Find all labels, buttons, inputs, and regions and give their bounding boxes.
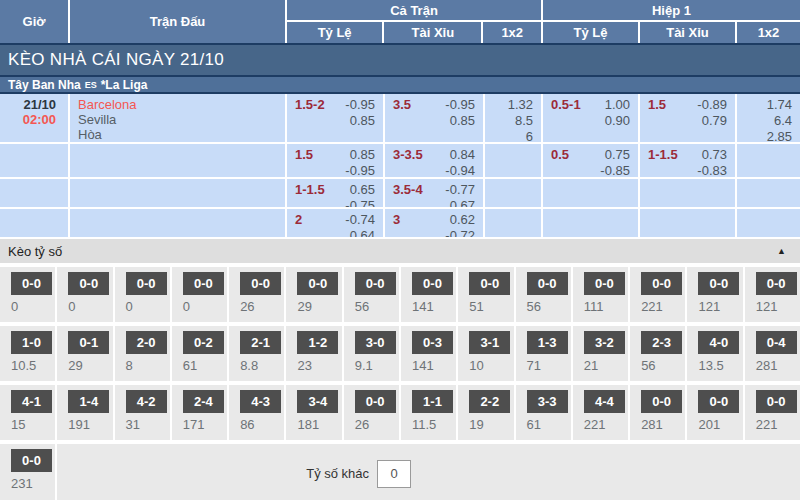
score-cell: 0-3141 [401,326,456,381]
other-score-input[interactable]: 0 [377,460,411,488]
score-button[interactable]: 4-2 [126,390,167,413]
odds-rate[interactable]: 0.85 [313,147,375,163]
odds-rate[interactable]: -0.95 [411,97,475,113]
score-button[interactable]: 2-1 [240,331,281,354]
score-button[interactable]: 1-1 [412,390,453,413]
score-button[interactable]: 1-0 [11,331,52,354]
score-button[interactable]: 1-2 [297,331,338,354]
odds-cell-half-handicap[interactable]: 0.50.75-0.85 [543,144,640,177]
odds-rate[interactable]: 6.4 [745,113,792,129]
odds-rate[interactable]: 0.73 [678,147,727,163]
odds-rate[interactable]: 0.64 [302,228,375,237]
odds-rate[interactable]: 0.85 [411,113,475,129]
score-button[interactable]: 0-0 [584,272,625,295]
score-button[interactable]: 3-0 [355,331,396,354]
handicap-value: 1.5 [648,97,666,129]
odds-cell-half-1x2[interactable]: 1.746.42.85 [737,94,800,142]
score-button[interactable]: 0-0 [240,272,281,295]
score-button[interactable]: 0-0 [756,272,797,295]
score-button[interactable]: 0-0 [297,272,338,295]
score-button[interactable]: 0-0 [68,272,109,295]
odds-rate[interactable]: 2.85 [745,129,792,142]
odds-rate[interactable]: -0.95 [325,97,375,113]
score-button[interactable]: 0-0 [183,272,224,295]
odds-cell-full-handicap[interactable]: 1-1.50.65-0.75 [287,179,385,207]
score-button[interactable]: 0-0 [11,272,52,295]
odds-cell-full-1x2[interactable]: 1.328.56 [485,94,543,142]
odds-cell-full-handicap[interactable]: 1.50.85-0.95 [287,144,385,177]
score-button[interactable]: 2-4 [183,390,224,413]
score-button[interactable]: 4-0 [698,331,739,354]
score-button[interactable]: 0-0 [126,272,167,295]
score-button[interactable]: 0-0 [698,390,739,413]
odds-rate[interactable]: 1.32 [493,97,533,113]
odds-rate[interactable]: -0.85 [569,163,630,177]
score-odds-value: 10 [458,358,513,373]
score-button[interactable]: 0-2 [183,331,224,354]
odds-rate[interactable]: 0.85 [325,113,375,129]
score-cell: 4-231 [115,385,170,440]
odds-rate[interactable]: 8.5 [493,113,533,129]
odds-cell-half-handicap[interactable]: 0.5-11.000.90 [543,94,640,142]
score-button[interactable]: 3-3 [527,390,568,413]
home-team-name: Barcelona [78,97,277,112]
odds-cell-full-handicap[interactable]: 2-0.740.64 [287,209,385,237]
score-button[interactable]: 0-0 [698,272,739,295]
odds-cell-full-handicap[interactable]: 1.5-2-0.950.85 [287,94,385,142]
score-odds-value: 191 [57,417,112,432]
score-button[interactable]: 3-1 [469,331,510,354]
odds-rate[interactable]: 0.67 [423,198,475,207]
odds-rate[interactable]: 0.62 [400,212,475,228]
odds-rate[interactable]: 1.74 [745,97,792,113]
odds-rate[interactable]: -0.89 [666,97,727,113]
score-button[interactable]: 2-2 [469,390,510,413]
odds-rate[interactable]: 0.79 [666,113,727,129]
league-bar[interactable]: Tây Ban Nha ES *La Liga [0,77,800,94]
score-button[interactable]: 4-4 [584,390,625,413]
score-button[interactable]: 0-0 [355,390,396,413]
score-button[interactable]: 3-2 [584,331,625,354]
score-cell: 0-0231 [0,444,55,500]
odds-cell-full-overunder[interactable]: 3.5-0.950.85 [385,94,485,142]
score-button[interactable]: 0-3 [412,331,453,354]
score-button[interactable]: 0-0 [469,272,510,295]
odds-rate[interactable]: -0.72 [400,228,475,237]
odds-cell-full-overunder[interactable]: 3-3.50.84-0.94 [385,144,485,177]
score-button[interactable]: 0-0 [412,272,453,295]
odds-rate[interactable]: 1.00 [581,97,630,113]
odds-rate[interactable]: 0.75 [569,147,630,163]
score-button[interactable]: 0-0 [641,390,682,413]
score-button[interactable]: 0-1 [68,331,109,354]
score-button[interactable]: 4-3 [240,390,281,413]
odds-rate[interactable]: -0.83 [678,163,727,177]
odds-rate[interactable]: 0.90 [581,113,630,129]
odds-rate[interactable]: -0.75 [325,198,375,207]
score-button[interactable]: 3-4 [297,390,338,413]
score-button[interactable]: 0-0 [756,390,797,413]
odds-rate[interactable]: 0.84 [423,147,475,163]
odds-cell-full-overunder[interactable]: 3.5-4-0.770.67 [385,179,485,207]
odds-cell-half-overunder[interactable]: 1.5-0.890.79 [640,94,737,142]
score-button[interactable]: 0-4 [756,331,797,354]
odds-rate[interactable]: -0.94 [423,163,475,177]
odds-cell-half-overunder[interactable]: 1-1.50.73-0.83 [640,144,737,177]
odds-cell-full-overunder[interactable]: 30.62-0.72 [385,209,485,237]
odds-rate[interactable]: -0.77 [423,182,475,198]
collapse-arrow-icon[interactable]: ▲ [777,246,786,256]
score-button[interactable]: 4-1 [11,390,52,413]
score-button[interactable]: 0-0 [11,449,52,472]
score-button[interactable]: 1-3 [527,331,568,354]
score-button[interactable]: 2-3 [641,331,682,354]
score-button[interactable]: 0-0 [641,272,682,295]
score-button[interactable]: 0-0 [527,272,568,295]
odds-rate[interactable]: -0.74 [302,212,375,228]
score-button[interactable]: 0-0 [355,272,396,295]
odds-rate[interactable]: -0.95 [313,163,375,177]
score-section-header[interactable]: Kèo tỷ số ▲ [0,239,800,263]
score-button[interactable]: 2-0 [126,331,167,354]
score-cell: 2-08 [115,326,170,381]
odds-rate[interactable]: 0.65 [325,182,375,198]
score-button[interactable]: 1-4 [68,390,109,413]
other-score-label: Tỷ số khác [306,466,369,481]
odds-rate[interactable]: 6 [493,129,533,142]
